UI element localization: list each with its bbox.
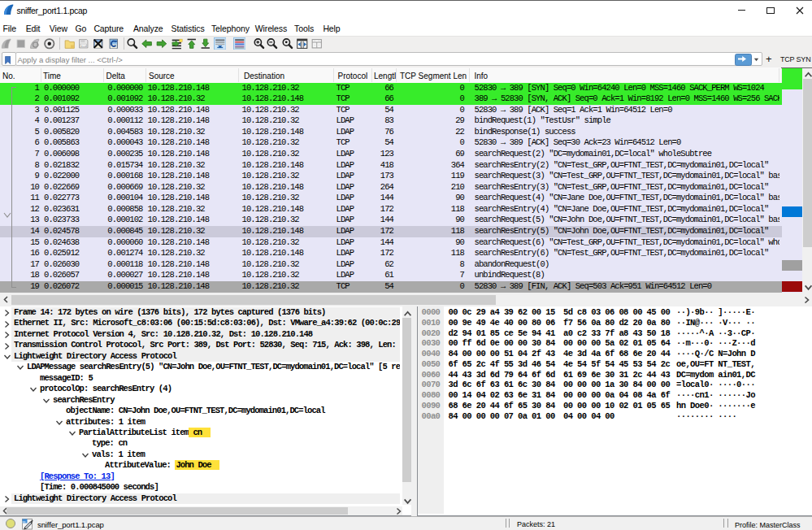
svg-text:010: 010 [80,44,87,47]
